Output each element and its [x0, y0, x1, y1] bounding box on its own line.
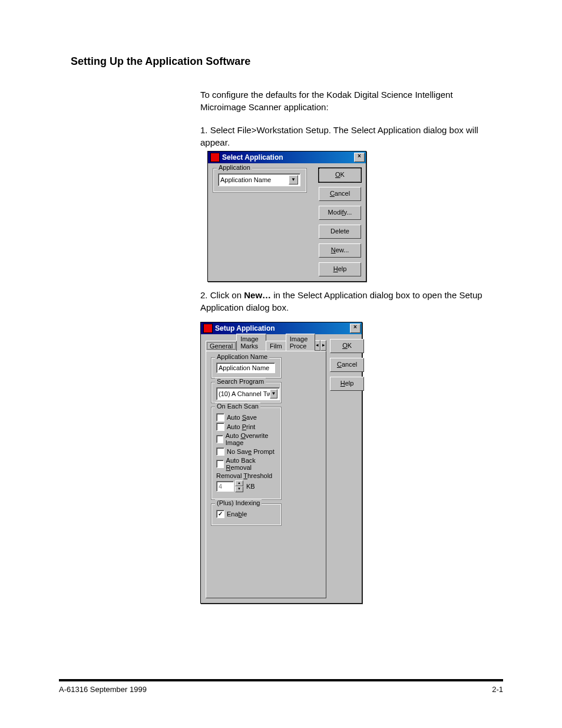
auto-print-post: rint	[246, 423, 255, 430]
step-1-text: Select File>Workstation Setup. The Selec…	[200, 125, 478, 147]
removal-thresh-pre: Removal	[216, 472, 243, 479]
cancel-label-u: C	[337, 361, 342, 368]
tab-scroll-left-icon[interactable]: ◂	[315, 340, 320, 351]
auto-print-checkbox[interactable]	[216, 423, 224, 431]
select-application-title: Select Application	[222, 153, 353, 162]
auto-print-pre: Auto	[227, 423, 242, 430]
no-save-prompt-checkbox[interactable]	[216, 447, 224, 456]
tab-panel-general: Application Name Application Name Search…	[206, 351, 326, 598]
help-label-post: elp	[345, 380, 354, 387]
help-button[interactable]: Help	[319, 262, 361, 276]
auto-save-label: Auto Save	[227, 414, 257, 421]
select-application-dialog: Select Application × Application Applica…	[207, 151, 366, 282]
auto-back-u: R	[226, 464, 231, 471]
section-heading: Setting Up the Application Software	[71, 55, 495, 68]
search-program-combobox[interactable]: (10) A Channel Two Le ▼	[216, 387, 280, 400]
tab-image-processing[interactable]: Image Proce	[286, 334, 315, 351]
help-label-u: H	[333, 265, 338, 272]
app-name-value: Application Name	[219, 364, 269, 371]
tab-film[interactable]: Film	[266, 341, 286, 351]
tab-general[interactable]: General	[206, 341, 237, 351]
step-2-num: 2.	[200, 290, 208, 300]
setup-application-dialog: Setup Application × General Image Marks …	[200, 322, 362, 604]
application-combobox-value: Application Name	[220, 176, 271, 183]
cancel-label-post: ancel	[335, 190, 350, 197]
auto-save-checkbox[interactable]	[216, 413, 224, 421]
threshold-spin-up[interactable]: ▲	[235, 480, 243, 486]
step-2: 2. Click on New… in the Select Applicati…	[200, 289, 495, 314]
enable-indexing-label: Enable	[227, 510, 247, 518]
step-1-num: 1.	[200, 125, 208, 135]
removal-threshold-unit: KB	[246, 483, 255, 490]
ok-label-u: O	[342, 342, 348, 349]
auto-overwrite-label: Auto Overwrite Image	[226, 432, 276, 446]
help-button[interactable]: Help	[330, 377, 364, 391]
on-each-scan-legend: On Each Scan	[215, 403, 260, 410]
enable-indexing-checkbox[interactable]	[216, 510, 224, 518]
auto-back-pre: Auto Back	[226, 457, 256, 464]
kodak-icon	[203, 324, 213, 333]
ok-label-post: K	[340, 171, 345, 178]
auto-save-u: S	[242, 414, 246, 421]
cancel-button[interactable]: Cancel	[330, 358, 364, 372]
auto-overwrite-checkbox[interactable]	[216, 435, 223, 443]
auto-save-pre: Auto	[227, 414, 242, 421]
no-save-post: Prompt	[252, 448, 275, 455]
auto-print-u: P	[242, 423, 246, 430]
chevron-down-icon[interactable]: ▼	[289, 175, 298, 185]
cancel-button[interactable]: Cancel	[319, 187, 361, 201]
auto-back-post: emoval	[231, 464, 252, 471]
auto-ow-u: O	[240, 432, 246, 439]
modify-label-pre: Modi	[328, 209, 342, 216]
application-combobox[interactable]: Application Name ▼	[218, 173, 300, 186]
cancel-label-post: ancel	[342, 361, 357, 368]
cancel-label-u: C	[330, 190, 335, 197]
enable-pre: Ena	[227, 510, 239, 518]
tab-scroll-right-icon[interactable]: ▸	[320, 340, 326, 351]
removal-thresh-post: hreshold	[247, 472, 272, 479]
ok-label-post: K	[348, 342, 352, 349]
removal-thresh-u: T	[243, 472, 247, 479]
modify-label-post: y...	[344, 209, 352, 216]
plus-indexing-legend: (Plus) Indexing	[215, 499, 262, 506]
search-program-legend: Search Program	[215, 378, 266, 385]
step-2-text-a: Click on	[210, 290, 244, 300]
no-save-prompt-label: No Save Prompt	[227, 448, 275, 455]
auto-back-removal-label: Auto Back Removal	[226, 457, 276, 471]
no-save-pre: No Sav	[227, 448, 248, 455]
delete-button[interactable]: Delete	[319, 225, 361, 239]
ok-button[interactable]: OK	[330, 339, 364, 353]
step-1: 1. Select File>Workstation Setup. The Se…	[200, 124, 495, 149]
tab-image-marks[interactable]: Image Marks	[236, 334, 266, 351]
help-label-u: H	[340, 380, 345, 387]
auto-back-removal-checkbox[interactable]	[216, 460, 224, 468]
step-2-bold: New…	[244, 290, 271, 300]
removal-threshold-input[interactable]: 4	[216, 481, 234, 492]
search-program-value: (10) A Channel Two Le	[219, 390, 270, 397]
modify-button[interactable]: Modify...	[319, 206, 361, 220]
close-icon[interactable]: ×	[354, 153, 365, 162]
new-button[interactable]: New...	[319, 243, 361, 258]
footer-left: A-61316 September 1999	[59, 685, 147, 694]
app-name-input[interactable]: Application Name	[216, 363, 275, 373]
auto-print-label: Auto Print	[227, 423, 255, 430]
intro-text: To configure the defaults for the Kodak …	[200, 88, 495, 113]
close-icon[interactable]: ×	[350, 324, 361, 333]
auto-save-post: ave	[246, 414, 257, 421]
setup-application-title: Setup Application	[215, 324, 349, 332]
application-groupbox-legend: Application	[217, 164, 252, 171]
removal-threshold-value: 4	[219, 483, 222, 490]
threshold-spin-down[interactable]: ▼	[235, 486, 243, 492]
ok-button[interactable]: OK	[319, 168, 361, 182]
new-label-post: ew...	[336, 246, 349, 253]
enable-post: le	[242, 510, 247, 518]
chevron-down-icon[interactable]: ▼	[270, 389, 277, 398]
setup-application-titlebar: Setup Application ×	[201, 322, 362, 334]
kodak-icon	[210, 153, 220, 162]
app-name-legend: Application Name	[215, 353, 269, 360]
help-label-post: elp	[338, 265, 347, 272]
new-label-u: N	[331, 246, 336, 253]
select-application-titlebar: Select Application ×	[208, 151, 366, 163]
removal-threshold-label: Removal Threshold	[216, 472, 276, 479]
ok-label-u: O	[335, 171, 340, 178]
